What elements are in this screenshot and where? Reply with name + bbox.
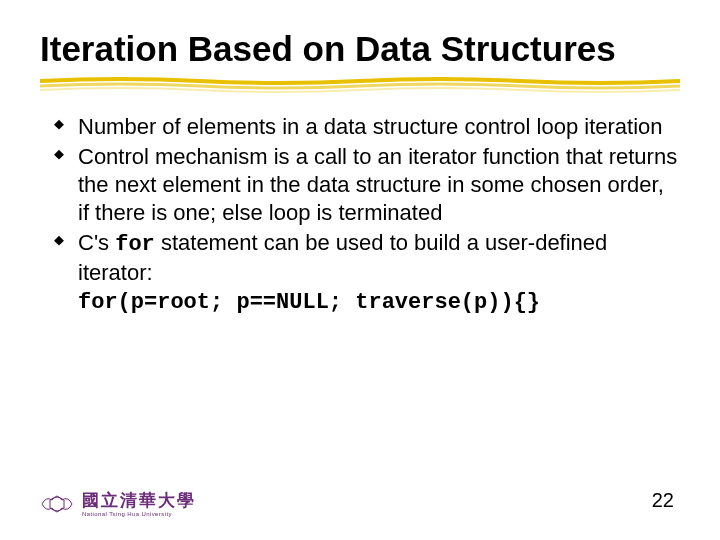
bullet-text: Control mechanism is a call to an iterat… (78, 144, 677, 225)
slide: Iteration Based on Data Structures Numbe… (0, 0, 720, 540)
footer-logo: 國立清華大學 National Tsing Hua University (40, 490, 196, 518)
logo-text: 國立清華大學 National Tsing Hua University (82, 492, 196, 517)
logo-name-zh: 國立清華大學 (82, 492, 196, 509)
bullet-item: Number of elements in a data structure c… (58, 113, 680, 141)
page-number: 22 (652, 489, 674, 512)
inline-code: for (115, 232, 155, 257)
bullet-text-post: statement can be used to build a user-de… (78, 230, 607, 285)
bullet-text-pre: C's (78, 230, 115, 255)
code-block: for(p=root; p==NULL; traverse(p)){} (78, 289, 680, 317)
bullet-item: Control mechanism is a call to an iterat… (58, 143, 680, 227)
bullet-text: Number of elements in a data structure c… (78, 114, 663, 139)
slide-title: Iteration Based on Data Structures (40, 30, 680, 69)
university-crest-icon (40, 490, 74, 518)
bullet-list: Number of elements in a data structure c… (40, 113, 680, 318)
title-underline (40, 75, 680, 93)
logo-name-en: National Tsing Hua University (82, 511, 196, 517)
bullet-item: C's for statement can be used to build a… (58, 229, 680, 317)
